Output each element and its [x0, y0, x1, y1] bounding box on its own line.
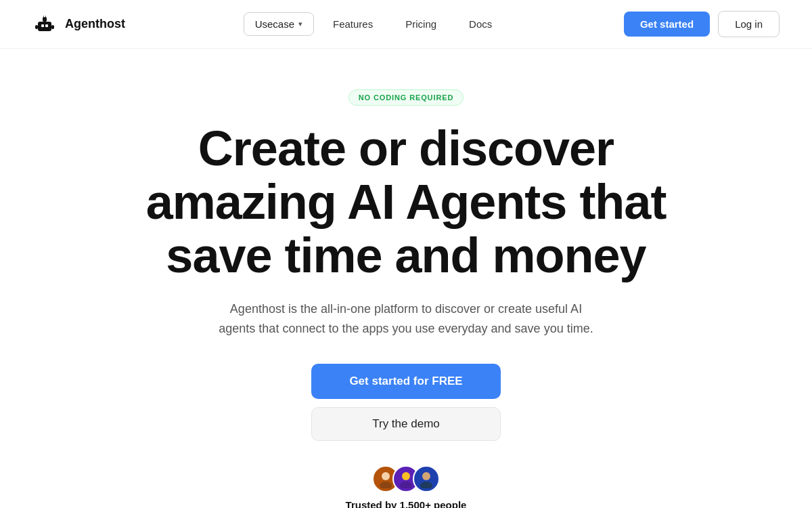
- svg-rect-2: [45, 24, 48, 27]
- get-started-free-button[interactable]: Get started for FREE: [311, 364, 501, 399]
- svg-point-11: [400, 482, 412, 488]
- svg-rect-7: [51, 25, 54, 29]
- svg-rect-1: [41, 24, 44, 27]
- try-demo-button[interactable]: Try the demo: [311, 407, 501, 441]
- avatar-group: [372, 465, 440, 492]
- features-link[interactable]: Features: [319, 13, 386, 35]
- svg-rect-3: [43, 17, 47, 22]
- svg-point-5: [44, 15, 46, 17]
- logo-icon: [32, 12, 57, 37]
- docs-link[interactable]: Docs: [455, 13, 505, 35]
- svg-point-12: [422, 472, 430, 480]
- nav-brand: Agenthost: [32, 12, 125, 37]
- hero-title: Create or discover amazing AI Agents tha…: [102, 122, 710, 283]
- navbar: Agenthost Usecase ▾ Features Pricing Doc…: [0, 0, 812, 49]
- svg-point-13: [420, 482, 432, 488]
- avatar: [413, 465, 440, 492]
- nav-get-started-button[interactable]: Get started: [624, 12, 710, 37]
- chevron-down-icon: ▾: [298, 20, 302, 28]
- hero-section: NO CODING REQUIRED Create or discover am…: [0, 49, 812, 508]
- cta-group: Get started for FREE Try the demo: [311, 364, 501, 441]
- no-coding-badge: NO CODING REQUIRED: [348, 89, 464, 106]
- usecase-label: Usecase: [255, 18, 294, 30]
- trusted-by-text: Trusted by 1,500+ people: [346, 499, 467, 508]
- usecase-menu[interactable]: Usecase ▾: [244, 12, 314, 36]
- svg-point-8: [382, 472, 390, 480]
- hero-subtitle: Agenthost is the all-in-one platform to …: [217, 299, 595, 339]
- svg-rect-0: [38, 22, 51, 31]
- svg-point-10: [402, 472, 410, 480]
- svg-point-9: [380, 482, 392, 488]
- social-proof: Trusted by 1,500+ people: [346, 465, 467, 508]
- nav-actions: Get started Log in: [624, 11, 780, 37]
- brand-name: Agenthost: [65, 17, 125, 31]
- nav-links: Usecase ▾ Features Pricing Docs: [244, 12, 506, 36]
- nav-login-button[interactable]: Log in: [718, 11, 780, 37]
- pricing-link[interactable]: Pricing: [392, 13, 450, 35]
- svg-rect-6: [35, 25, 38, 29]
